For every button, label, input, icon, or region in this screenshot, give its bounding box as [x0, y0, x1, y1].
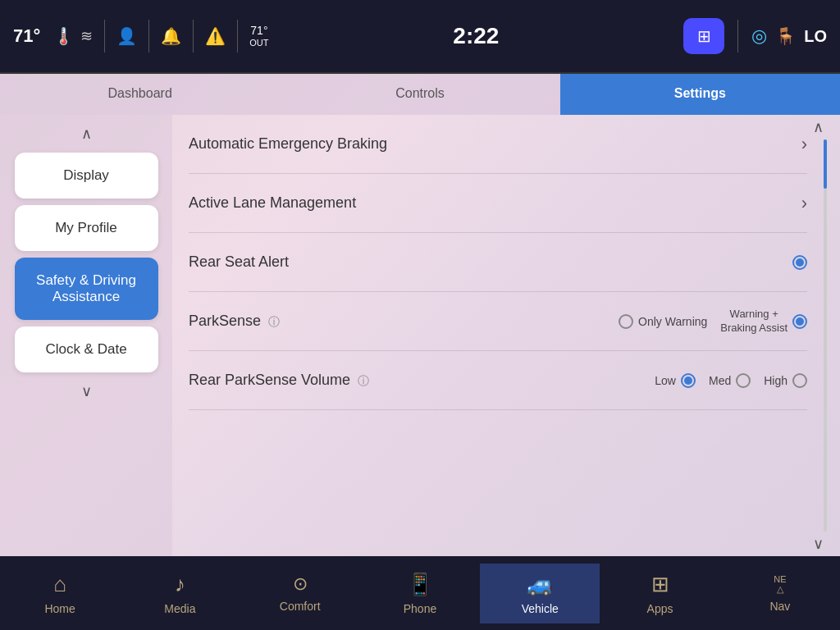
tab-settings[interactable]: Settings	[560, 74, 840, 115]
heat-icon: 🌡️	[53, 26, 74, 46]
setting-label-active-lane-management: Active Lane Management	[189, 194, 356, 212]
settings-scroll-down[interactable]: ∨	[813, 535, 824, 553]
settings-panel: ∧ ∨ Automatic Emergency Braking › Active…	[172, 115, 840, 556]
divider-5	[737, 20, 738, 52]
rear-parksense-info-icon[interactable]: ⓘ	[358, 374, 369, 387]
divider-3	[193, 20, 194, 52]
bottom-nav: ⌂ Home ♪ Media ⊙ Comfort 📱 Phone 🚙 Vehic…	[0, 556, 840, 630]
rear-seat-alert-radio-group	[792, 255, 807, 270]
tab-dashboard[interactable]: Dashboard	[0, 74, 280, 115]
setting-row-rear-parksense-volume: Rear ParkSense Volume ⓘ Low Med	[189, 351, 807, 410]
lo-label: LO	[804, 27, 827, 46]
rear-parksense-volume-radio-group: Low Med High	[655, 373, 807, 388]
parksense-radio-warning-braking[interactable]	[792, 314, 807, 329]
status-icons: 🌡️ ≋ 👤 🔔 ⚠️ 71° OUT	[53, 20, 268, 52]
temp-display: 71°	[13, 25, 40, 47]
nav-item-vehicle[interactable]: 🚙 Vehicle	[480, 564, 600, 623]
sidebar-item-clock-date[interactable]: Clock & Date	[15, 326, 158, 372]
status-bar: 71° 🌡️ ≋ 👤 🔔 ⚠️ 71° OUT 2:22 ⊞ ◎ 🪑 LO	[0, 0, 840, 74]
phone-icon: 📱	[407, 572, 433, 597]
warning-icon: ⚠️	[205, 26, 226, 46]
nav-item-comfort[interactable]: ⊙ Comfort	[240, 565, 360, 621]
tab-controls[interactable]: Controls	[280, 74, 559, 115]
parksense-option-only-warning[interactable]: Only Warning	[619, 314, 707, 329]
setting-row-auto-emergency-braking[interactable]: Automatic Emergency Braking ›	[189, 115, 807, 174]
bell-icon: 🔔	[161, 26, 181, 46]
sidebar-item-display[interactable]: Display	[15, 153, 158, 199]
clock-display: 2:22	[453, 23, 499, 49]
settings-scroll-up[interactable]: ∧	[813, 118, 824, 136]
scrollbar-thumb	[824, 139, 827, 189]
volume-option-high[interactable]: High	[764, 373, 807, 388]
comfort-icon: ⊙	[293, 573, 308, 595]
chevron-icon-aeb: ›	[801, 134, 807, 155]
nav-item-home[interactable]: ⌂ Home	[0, 564, 120, 623]
setting-label-auto-emergency-braking: Automatic Emergency Braking	[189, 135, 387, 153]
sidebar-scroll-up[interactable]: ∧	[78, 121, 95, 146]
sidebar: ∧ Display My Profile Safety & Driving As…	[0, 115, 172, 556]
divider-2	[148, 20, 149, 52]
home-icon: ⌂	[53, 572, 66, 597]
parksense-radio-group: Only Warning Warning + Braking Assist	[619, 308, 807, 336]
alexa-icon: ◎	[751, 25, 767, 47]
seat-icon: 🪑	[775, 26, 796, 46]
setting-label-rear-seat-alert: Rear Seat Alert	[189, 253, 353, 271]
out-temp-display: 71° OUT	[249, 24, 268, 48]
nav-item-apps[interactable]: ⊞ Apps	[600, 564, 719, 623]
rear-seat-alert-radio[interactable]	[792, 255, 807, 270]
setting-label-rear-parksense-volume: Rear ParkSense Volume ⓘ	[189, 372, 369, 389]
settings-list: Automatic Emergency Braking › Active Lan…	[172, 115, 840, 556]
volume-radio-med[interactable]	[736, 373, 751, 388]
volume-option-med[interactable]: Med	[709, 373, 751, 388]
parksense-info-icon[interactable]: ⓘ	[268, 315, 280, 328]
seat-heat-icon: ≋	[80, 27, 93, 45]
chevron-icon-alm: ›	[801, 193, 807, 214]
volume-radio-low[interactable]	[681, 373, 696, 388]
sidebar-item-my-profile[interactable]: My Profile	[15, 205, 158, 251]
nav-item-phone[interactable]: 📱 Phone	[360, 564, 480, 623]
setting-row-active-lane-management[interactable]: Active Lane Management ›	[189, 174, 807, 233]
profile-icon: 👤	[116, 26, 137, 46]
parksense-radio-only-warning[interactable]	[619, 314, 633, 329]
nav-arrow-icon: △	[777, 584, 783, 595]
volume-radio-high[interactable]	[792, 373, 807, 388]
divider-4	[237, 20, 238, 52]
setting-row-rear-seat-alert: Rear Seat Alert	[189, 233, 807, 292]
content-area: ∧ Display My Profile Safety & Driving As…	[0, 115, 840, 556]
setting-label-parksense: ParkSense ⓘ	[189, 313, 353, 330]
parksense-option-warning-braking[interactable]: Warning + Braking Assist	[720, 308, 807, 336]
divider-1	[104, 20, 105, 52]
media-icon: ♪	[175, 572, 185, 597]
vehicle-icon: 🚙	[527, 572, 553, 597]
sidebar-item-safety[interactable]: Safety & Driving Assistance	[15, 258, 158, 320]
scrollbar-track	[824, 139, 827, 532]
volume-option-low[interactable]: Low	[655, 373, 696, 388]
setting-row-parksense: ParkSense ⓘ Only Warning Warning + Braki…	[189, 292, 807, 351]
grid-button[interactable]: ⊞	[683, 18, 724, 54]
nav-item-media[interactable]: ♪ Media	[120, 564, 240, 623]
compass-display: NE △	[774, 574, 786, 595]
tab-bar: Dashboard Controls Settings	[0, 74, 840, 115]
main-content: Dashboard Controls Settings ∧ Display My…	[0, 74, 840, 556]
apps-icon: ⊞	[651, 572, 669, 597]
sidebar-scroll-down[interactable]: ∨	[78, 379, 95, 404]
nav-item-nav[interactable]: NE △ Nav	[720, 566, 840, 621]
